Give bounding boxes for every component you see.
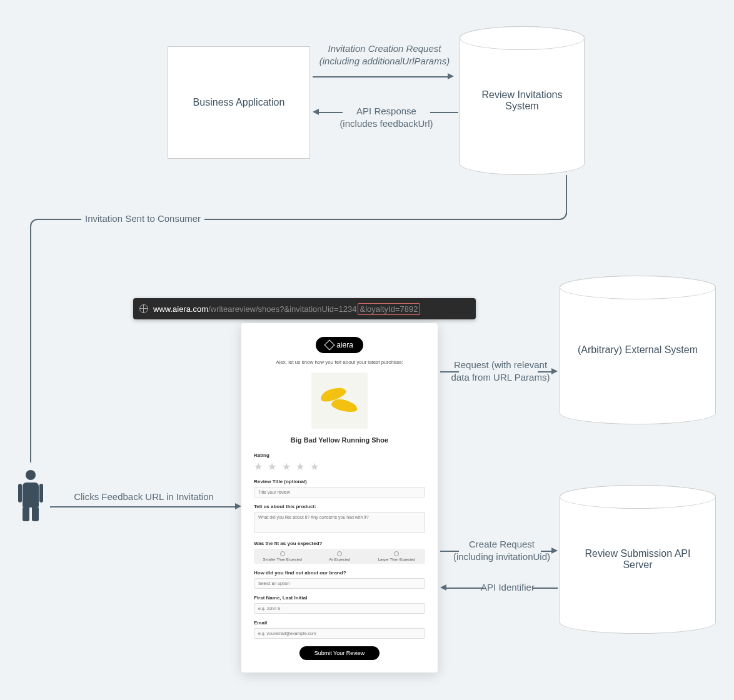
product-image	[311, 372, 368, 429]
external-system-node: (Arbitrary) External System	[560, 276, 716, 424]
consumer-icon	[18, 470, 43, 521]
edge-label-clicks: Clicks Feedback URL in Invitation	[63, 491, 225, 503]
review-api-server-label: Review Submission API Server	[585, 548, 691, 571]
arrow-head-clicks	[235, 503, 241, 509]
edge-label-identifier: API Identifier	[476, 581, 539, 594]
external-system-label: (Arbitrary) External System	[578, 344, 698, 356]
edge-label-create: Create Request (including invitationUid)	[450, 538, 553, 564]
url-bar: www.aiera.com/writeareview/shoes?&invita…	[133, 298, 476, 319]
rating-stars[interactable]: ★ ★ ★ ★ ★	[254, 461, 425, 472]
url-domain: www.aiera.com	[153, 304, 208, 314]
fit-opt-0[interactable]: Smaller Than Expected	[254, 551, 311, 561]
review-invitations-system-node: Review Invitations System	[460, 26, 585, 175]
edge-label-external: Request (with relevant data from URL Par…	[449, 359, 552, 384]
review-api-server-node: Review Submission API Server	[560, 485, 716, 634]
fit-label: Was the fit as you expected?	[254, 541, 425, 546]
review-title-label: Review Title (optional)	[254, 479, 425, 484]
name-input[interactable]	[254, 603, 425, 614]
review-title-input[interactable]	[254, 487, 425, 498]
globe-icon	[139, 304, 148, 313]
business-app-label: Business Application	[193, 97, 285, 108]
form-logo: aiera	[316, 337, 363, 353]
tell-us-textarea[interactable]	[254, 512, 425, 533]
edge-arrow-creation-request	[313, 76, 449, 78]
product-title: Big Bad Yellow Running Shoe	[254, 436, 425, 444]
edge-label-creation-request: Invitation Creation Request (including a…	[313, 42, 456, 68]
connector-down-1	[566, 175, 567, 215]
tell-us-label: Tell us about this product:	[254, 504, 425, 509]
connector-down-2	[30, 226, 31, 462]
rating-label: Rating	[254, 452, 425, 458]
arrow-head-external	[551, 368, 558, 374]
edge-arrow-clicks	[50, 506, 236, 508]
business-application-node: Business Application	[168, 46, 310, 159]
fit-options[interactable]: Smaller Than Expected As Expected Larger…	[254, 549, 425, 564]
name-label: First Name, Last Initial	[254, 595, 425, 601]
review-form: aiera Alex, let us know how you felt abo…	[241, 323, 438, 672]
arrow-head-api-response	[313, 109, 319, 115]
brand-select[interactable]	[254, 578, 425, 589]
connector-corner-1	[558, 211, 567, 220]
submit-button[interactable]: Submit Your Review	[299, 646, 380, 660]
logo-text: aiera	[336, 341, 353, 349]
fit-opt-1[interactable]: As Expected	[311, 551, 368, 561]
brand-label: How did you find out about our brand?	[254, 570, 425, 576]
connector-corner-2	[30, 219, 39, 228]
edge-label-invitation-sent: Invitation Sent to Consumer	[81, 212, 204, 225]
email-label: Email	[254, 620, 425, 626]
arrow-head-creation-request	[448, 73, 454, 79]
logo-mark-icon	[324, 340, 335, 351]
edge-label-api-response: API Response (includes feedbackUrl)	[330, 105, 443, 131]
fit-opt-2[interactable]: Larger Than Expected	[368, 551, 425, 561]
url-path: /writeareview/shoes?&invitationUid=1234	[208, 304, 356, 314]
url-highlight: &loyaltyId=7892	[358, 303, 421, 315]
form-greeting: Alex, let us know how you felt about you…	[254, 359, 425, 365]
email-input[interactable]	[254, 628, 425, 639]
arrow-head-identifier	[440, 584, 446, 591]
review-invitations-label: Review Invitations System	[482, 89, 563, 112]
